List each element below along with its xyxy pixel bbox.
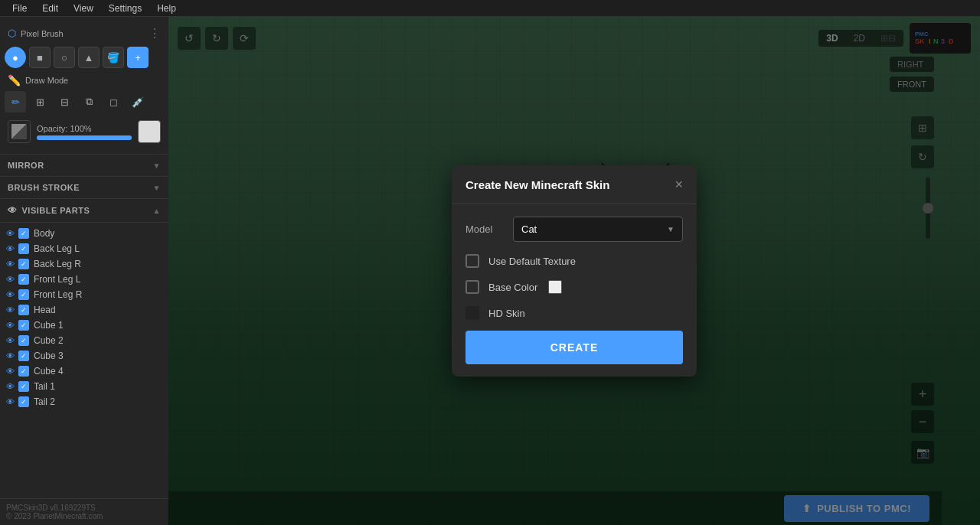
part-cube2-label: Cube 2 <box>34 335 64 346</box>
default-texture-row: Use Default Texture <box>466 253 683 269</box>
checkbox-backlegl[interactable] <box>18 243 29 254</box>
list-item[interactable]: 👁 Back Leg R <box>0 256 168 272</box>
list-item[interactable]: 👁 Cube 4 <box>0 364 168 379</box>
left-sidebar: ⬡ Pixel Brush ⋮ ● ■ ○ ▲ 🪣 + ✏️ Draw Mode… <box>0 17 168 525</box>
overlay-draw-btn[interactable]: ⧉ <box>78 91 100 112</box>
main-area: ⬡ Pixel Brush ⋮ ● ■ ○ ▲ 🪣 + ✏️ Draw Mode… <box>0 17 980 525</box>
checkbox-cube2[interactable] <box>18 335 29 346</box>
eye-tail2-icon: 👁 <box>5 396 15 407</box>
eraser-draw-btn[interactable]: ◻ <box>103 91 124 112</box>
base-color-row: Base Color <box>466 279 683 295</box>
base-color-checkbox[interactable] <box>466 280 479 294</box>
checkbox-frontlegl[interactable] <box>18 274 29 285</box>
eye-tail1-icon: 👁 <box>5 381 15 392</box>
menu-view[interactable]: View <box>67 2 100 15</box>
hd-skin-checkbox[interactable] <box>466 306 479 320</box>
list-item[interactable]: 👁 Tail 1 <box>0 379 168 394</box>
menu-edit[interactable]: Edit <box>36 2 64 15</box>
part-tail1-label: Tail 1 <box>34 381 55 392</box>
triangle-tool-btn[interactable]: ▲ <box>78 47 100 68</box>
modal-header: Create New Minecraft Skin × <box>452 165 697 204</box>
model-label: Model <box>466 223 504 235</box>
create-btn[interactable]: CREATE <box>466 331 683 364</box>
base-color-preview[interactable] <box>548 280 562 294</box>
checkbox-cube3[interactable] <box>18 351 29 361</box>
plus-tool-btn[interactable]: + <box>127 47 149 68</box>
grid-draw-btn[interactable]: ⊞ <box>29 91 51 112</box>
color-white-swatch[interactable] <box>138 120 161 143</box>
parts-list: 👁 Body 👁 Back Leg L 👁 Back Leg R 👁 Front… <box>0 223 168 498</box>
visible-parts-header[interactable]: 👁 VISIBLE PARTS ▲ <box>0 199 168 222</box>
color-swatch[interactable] <box>8 120 31 143</box>
mirror-label: MIRROR <box>8 161 44 170</box>
list-item[interactable]: 👁 Head <box>0 302 168 318</box>
part-frontlegr-label: Front Leg R <box>34 289 82 300</box>
viewport[interactable]: ↺ ↻ ⟳ 3D 2D ⊞⊟ PMC SK I N 3 <box>168 17 980 525</box>
checkbox-cube1[interactable] <box>18 320 29 331</box>
list-item[interactable]: 👁 Cube 2 <box>0 333 168 348</box>
visible-parts-section: 👁 VISIBLE PARTS ▲ <box>0 199 168 223</box>
list-item[interactable]: 👁 Front Leg L <box>0 272 168 287</box>
brush-stroke-header[interactable]: BRUSH STROKE ▼ <box>0 177 168 198</box>
pencil-draw-btn[interactable]: ✏ <box>5 91 26 112</box>
opacity-bar[interactable] <box>37 135 132 140</box>
part-cube1-label: Cube 1 <box>34 320 64 331</box>
opacity-fill <box>37 135 132 140</box>
checkbox-tail2[interactable] <box>18 396 29 407</box>
draw-mode-row: ✏️ Draw Mode <box>5 70 164 88</box>
checkbox-frontlegr[interactable] <box>18 289 29 300</box>
list-item[interactable]: 👁 Back Leg L <box>0 241 168 256</box>
eye-cube3-icon: 👁 <box>5 351 15 361</box>
fill-tool-btn[interactable]: 🪣 <box>103 47 124 68</box>
hd-skin-row: HD Skin <box>466 305 683 321</box>
version-text: PMCSkin3D v8.169229TS <box>6 504 162 512</box>
brush-stroke-chevron: ▼ <box>153 184 161 192</box>
opacity-row: Opacity: 100% <box>5 116 164 148</box>
checkbox-tail1[interactable] <box>18 381 29 392</box>
part-tail2-label: Tail 2 <box>34 396 55 407</box>
toolbar-more-icon[interactable]: ⋮ <box>149 26 161 41</box>
brush-stroke-section: BRUSH STROKE ▼ <box>0 177 168 199</box>
menu-settings[interactable]: Settings <box>103 2 148 15</box>
dropdown-arrow-icon: ▼ <box>667 225 675 233</box>
model-select-dropdown[interactable]: Cat ▼ <box>513 217 683 242</box>
checkbox-backlegr[interactable] <box>18 259 29 269</box>
circle-outline-btn[interactable]: ○ <box>54 47 75 68</box>
pixel-brush-icon: ⬡ <box>8 28 16 39</box>
eye-cube1-icon: 👁 <box>5 320 15 331</box>
list-item[interactable]: 👁 Cube 1 <box>0 318 168 333</box>
list-item[interactable]: 👁 Tail 2 <box>0 394 168 409</box>
list-item[interactable]: 👁 Body <box>0 226 168 241</box>
checkbox-cube4[interactable] <box>18 366 29 377</box>
menu-file[interactable]: File <box>6 2 33 15</box>
visible-parts-chevron: ▲ <box>153 207 161 215</box>
eye-cube2-icon: 👁 <box>5 335 15 346</box>
eye-frontlegl-icon: 👁 <box>5 274 15 285</box>
menu-bar: File Edit View Settings Help <box>0 0 980 17</box>
adjust-draw-btn[interactable]: ⊟ <box>54 91 75 112</box>
version-bar: PMCSkin3D v8.169229TS © 2023 PlanetMinec… <box>0 498 168 525</box>
visible-parts-label: VISIBLE PARTS <box>22 206 90 215</box>
default-texture-checkbox[interactable] <box>466 254 479 268</box>
mirror-chevron: ▼ <box>153 161 161 170</box>
circle-tool-btn[interactable]: ● <box>5 47 26 68</box>
modal-overlay: Create New Minecraft Skin × Model Cat ▼ <box>168 17 980 525</box>
eye-backlegr-icon: 👁 <box>5 259 15 269</box>
menu-help[interactable]: Help <box>151 2 182 15</box>
list-item[interactable]: 👁 Cube 3 <box>0 348 168 364</box>
copyright-text: © 2023 PlanetMinecraft.com <box>6 512 162 520</box>
part-head-label: Head <box>34 305 56 315</box>
modal-title: Create New Minecraft Skin <box>466 178 609 191</box>
eyedropper-draw-btn[interactable]: 💉 <box>127 91 149 112</box>
mirror-header[interactable]: MIRROR ▼ <box>0 155 168 176</box>
checkbox-head[interactable] <box>18 305 29 315</box>
modal-close-btn[interactable]: × <box>675 178 683 191</box>
checkbox-body[interactable] <box>18 228 29 239</box>
modal-body: Model Cat ▼ Use Default Texture <box>452 204 697 377</box>
model-select-value: Cat <box>521 223 537 235</box>
square-tool-btn[interactable]: ■ <box>29 47 51 68</box>
part-cube3-label: Cube 3 <box>34 351 64 361</box>
part-backlegl-label: Back Leg L <box>34 243 80 254</box>
tool-title-label: ⬡ Pixel Brush <box>8 28 64 39</box>
list-item[interactable]: 👁 Front Leg R <box>0 287 168 302</box>
